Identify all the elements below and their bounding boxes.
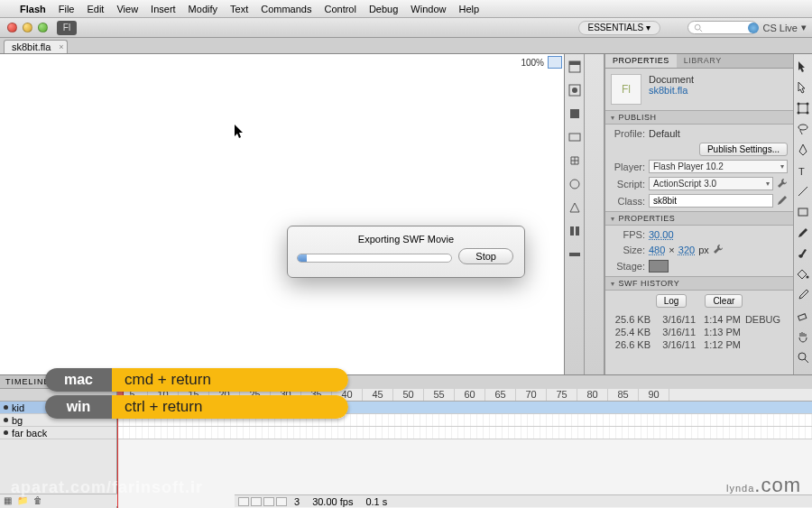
lasso-tool-icon[interactable] — [796, 122, 810, 136]
eraser-tool-icon[interactable] — [796, 309, 810, 323]
size-label: Size: — [611, 245, 645, 255]
wrench-icon[interactable] — [777, 178, 788, 190]
hand-tool-icon[interactable] — [796, 329, 810, 344]
svg-point-23 — [798, 353, 806, 360]
tools-panel: T — [794, 54, 812, 374]
cursor-icon — [235, 125, 245, 139]
fps-value[interactable]: 30.00 — [649, 229, 674, 240]
text-tool-icon[interactable]: T — [796, 163, 810, 178]
document-type-label: Document — [649, 74, 694, 85]
workspace-switcher[interactable]: ESSENTIALS ▾ — [578, 21, 660, 35]
cs-live-button[interactable]: CS Live ▾ — [748, 22, 807, 33]
search-input[interactable] — [687, 21, 758, 34]
svg-rect-20 — [798, 208, 807, 216]
player-dropdown[interactable]: Flash Player 10.2 — [649, 160, 788, 173]
svg-point-16 — [807, 112, 809, 115]
rectangle-tool-icon[interactable] — [796, 205, 810, 219]
export-swf-dialog: Exporting SWF Movie Stop — [287, 226, 525, 278]
brush-tool-icon[interactable] — [796, 246, 810, 261]
pen-tool-icon[interactable] — [796, 143, 810, 157]
size-height[interactable]: 320 — [678, 245, 695, 255]
zoom-fit-button[interactable] — [548, 56, 562, 69]
window-zoom-button[interactable] — [38, 23, 48, 32]
panel-icon[interactable] — [567, 83, 582, 97]
section-properties-header[interactable]: PROPERTIES — [605, 211, 793, 226]
svg-rect-10 — [576, 226, 579, 236]
menu-help[interactable]: Help — [458, 4, 479, 14]
document-tab[interactable]: sk8bit.fla × — [4, 40, 68, 53]
svg-point-14 — [807, 103, 809, 106]
progress-bar — [297, 254, 452, 263]
globe-icon — [748, 23, 759, 33]
first-frame-button[interactable] — [238, 497, 249, 506]
menu-modify[interactable]: Modify — [189, 4, 217, 14]
table-row: 26.6 KB 3/16/11 1:12 PM — [611, 338, 788, 351]
menu-commands[interactable]: Commands — [261, 4, 311, 14]
stop-button[interactable]: Stop — [458, 248, 513, 264]
fps-label: FPS: — [611, 229, 645, 240]
panel-icon[interactable] — [567, 200, 582, 215]
table-row: 25.6 KB 3/16/11 1:14 PM DEBUG — [611, 313, 788, 326]
free-transform-tool-icon[interactable] — [796, 101, 810, 115]
class-input[interactable] — [649, 194, 773, 208]
pencil-icon[interactable] — [777, 195, 788, 208]
menu-text[interactable]: Text — [230, 4, 248, 14]
size-width[interactable]: 480 — [649, 245, 665, 255]
svg-point-21 — [807, 276, 809, 279]
publish-settings-button[interactable]: Publish Settings... — [699, 143, 788, 156]
tab-properties[interactable]: PROPERTIES — [605, 54, 677, 68]
pencil-tool-icon[interactable] — [796, 226, 810, 240]
subselection-tool-icon[interactable] — [796, 80, 810, 95]
history-clear-button[interactable]: Clear — [705, 294, 743, 308]
menu-window[interactable]: Window — [411, 4, 446, 14]
svg-point-15 — [798, 112, 800, 115]
panel-icon[interactable] — [567, 224, 582, 238]
paint-bucket-tool-icon[interactable] — [796, 267, 810, 282]
menu-insert[interactable]: Insert — [151, 4, 176, 14]
eyedropper-tool-icon[interactable] — [796, 288, 810, 302]
panel-icon[interactable] — [567, 106, 582, 121]
section-swfhistory-header[interactable]: SWF HISTORY — [605, 276, 793, 291]
document-name: sk8bit.fla — [649, 85, 694, 96]
profile-value: Default — [649, 128, 680, 139]
panel-icon[interactable] — [567, 153, 582, 168]
mac-menubar: Flash File Edit View Insert Modify Text … — [0, 0, 812, 18]
search-icon — [694, 23, 703, 32]
tab-library[interactable]: LIBRARY — [677, 54, 729, 68]
next-frame-button[interactable] — [263, 497, 274, 506]
os-label: win — [45, 395, 112, 419]
stage-canvas[interactable]: 100% — [0, 54, 565, 374]
close-icon[interactable]: × — [59, 42, 63, 51]
zoom-level[interactable]: 100% — [521, 58, 544, 68]
menu-debug[interactable]: Debug — [369, 4, 398, 14]
wrench-icon[interactable] — [713, 244, 724, 256]
frame-track[interactable] — [117, 427, 812, 439]
svg-point-13 — [798, 103, 800, 106]
window-minimize-button[interactable] — [23, 23, 32, 32]
panel-icon[interactable] — [567, 247, 582, 262]
window-close-button[interactable] — [7, 23, 17, 32]
zoom-tool-icon[interactable] — [796, 350, 810, 365]
menu-file[interactable]: File — [59, 4, 75, 14]
last-frame-button[interactable] — [276, 497, 287, 506]
size-by: × — [669, 245, 674, 255]
svg-line-1 — [700, 29, 703, 32]
history-log-button[interactable]: Log — [656, 294, 687, 308]
selection-tool-icon[interactable] — [796, 60, 810, 74]
menubar-appname[interactable]: Flash — [20, 4, 46, 14]
panel-icon[interactable] — [567, 130, 582, 144]
menu-control[interactable]: Control — [324, 4, 355, 14]
section-publish-header[interactable]: PUBLISH — [605, 110, 793, 125]
panel-icon[interactable] — [567, 60, 582, 74]
prev-frame-button[interactable] — [251, 497, 262, 506]
document-tab-label: sk8bit.fla — [12, 42, 51, 52]
keys-label: ctrl + return — [112, 395, 348, 419]
swf-history-table: 25.6 KB 3/16/11 1:14 PM DEBUG 25.4 KB 3/… — [605, 311, 793, 353]
line-tool-icon[interactable] — [796, 184, 810, 199]
panel-icon[interactable] — [567, 177, 582, 191]
menu-view[interactable]: View — [116, 4, 138, 14]
layer-row[interactable]: far back — [0, 427, 116, 439]
stage-color-swatch[interactable] — [649, 260, 669, 272]
menu-edit[interactable]: Edit — [87, 4, 104, 14]
script-dropdown[interactable]: ActionScript 3.0 — [649, 177, 773, 190]
